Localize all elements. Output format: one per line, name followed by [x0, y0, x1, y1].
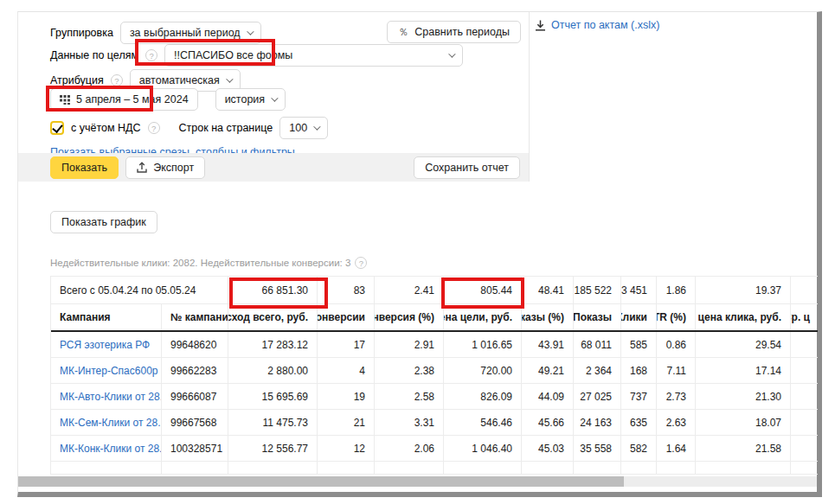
column-header-1[interactable]: Кампания — [51, 304, 162, 330]
compare-periods-button[interactable]: ％ Сравнить периоды — [387, 21, 521, 43]
data-cell — [791, 358, 818, 383]
acts-report-link[interactable]: Отчет по актам (.xslx) — [535, 19, 659, 31]
grouping-row: Группировка за выбранный период — [50, 22, 261, 44]
show-button[interactable]: Показать — [50, 156, 119, 179]
campaign-cell: МК-Сем-Клики от 28.10.23 — [51, 410, 162, 435]
grouping-select[interactable]: за выбранный период — [120, 22, 261, 44]
data-cell: 2 880.00 — [228, 358, 318, 383]
data-cell: 1 016.65 — [444, 332, 522, 357]
compare-percent-icon: ％ — [398, 25, 408, 40]
goals-select[interactable]: !!СПАСИБО все формы — [164, 44, 463, 67]
data-cell: 737 — [621, 384, 657, 409]
total-cell: 185 522 — [574, 277, 621, 303]
campaign-cell: МК-Конк-Клики от 28.10.23 — [51, 436, 162, 461]
campaign-cell: МК-Интер-Спас600р — [51, 358, 162, 383]
history-select[interactable]: история — [215, 88, 286, 111]
column-header-8[interactable]: Показы — [574, 304, 621, 330]
column-header-5[interactable]: Конверсия (%) — [375, 304, 444, 330]
data-cell: 27 025 — [574, 384, 621, 409]
page-rows-label: Строк на странице — [179, 122, 273, 134]
chevron-down-icon — [448, 50, 455, 57]
data-cell: 99667568 — [162, 410, 228, 435]
data-cell: 99666087 — [162, 384, 228, 409]
panel-footer: Показать Экспорт Сохранить отчет — [18, 153, 529, 182]
data-cell: 100328571 — [162, 436, 228, 461]
data-cell: 11 475.73 — [228, 410, 318, 435]
column-header-6[interactable]: Цена цели, руб. — [444, 304, 522, 330]
horizontal-scrollbar[interactable] — [18, 476, 817, 487]
data-cell: 17 283.12 — [228, 332, 318, 357]
column-header-9[interactable]: Клики — [621, 304, 657, 330]
empty-cell — [657, 462, 696, 474]
vat-label: с учётом НДС — [71, 122, 141, 134]
help-icon[interactable]: ? — [145, 49, 157, 61]
data-cell: 2.58 — [375, 384, 444, 409]
help-icon[interactable]: ? — [111, 74, 123, 86]
table-row: МК-Интер-Спас600р996622832 880.0042.3872… — [51, 358, 818, 384]
vat-row: с учётом НДС ? Строк на странице 100 — [50, 117, 328, 139]
total-cell: 83 — [318, 277, 375, 303]
goals-value: !!СПАСИБО все формы — [174, 49, 292, 61]
column-header-4[interactable]: Конверсии — [318, 304, 375, 330]
total-cell: 2.41 — [375, 277, 444, 303]
data-cell: 21.58 — [696, 436, 791, 461]
data-cell: 99662283 — [162, 358, 228, 383]
column-header-label: CTR (%) — [657, 311, 686, 323]
column-header-label: Цена цели, руб. — [444, 311, 512, 323]
column-header-10[interactable]: CTR (%) — [657, 304, 696, 330]
campaign-link[interactable]: МК-Сем-Клики от 28.10.23 — [60, 417, 162, 429]
data-cell: 1 046.40 — [444, 436, 522, 461]
data-cell: 49.21 — [522, 358, 574, 383]
scrollbar-thumb[interactable] — [18, 476, 624, 487]
campaign-link[interactable]: МК-Интер-Спас600р — [60, 365, 157, 377]
campaign-cell: МК-Авто-Клики от 28.10.23 — [51, 384, 162, 409]
empty-cell — [696, 462, 791, 474]
report-page: Группировка за выбранный период ％ Сравни… — [17, 11, 822, 497]
data-cell: 45.03 — [522, 436, 574, 461]
page-rows-select[interactable]: 100 — [279, 117, 328, 139]
column-header-7[interactable]: Отказы (%) — [522, 304, 574, 330]
help-icon[interactable]: ? — [148, 122, 160, 134]
history-value: история — [225, 93, 265, 105]
column-header-label: Ср. ц — [791, 311, 810, 323]
empty-cell — [522, 462, 574, 474]
empty-cell — [375, 462, 444, 474]
column-header-label: Конверсия (%) — [375, 311, 434, 323]
column-header-label: Клики — [621, 311, 647, 323]
date-range-button[interactable]: 5 апреля – 5 мая 2024 — [50, 88, 198, 111]
data-cell: 17.14 — [696, 358, 791, 383]
total-cell: 1.86 — [657, 277, 696, 303]
data-cell: 826.09 — [444, 384, 522, 409]
campaign-link[interactable]: РСЯ эзотерика РФ — [60, 339, 150, 351]
data-cell: 12 556.77 — [228, 436, 318, 461]
campaign-link[interactable]: МК-Авто-Клики от 28.10.23 — [60, 391, 162, 403]
vat-checkbox[interactable] — [50, 121, 64, 135]
data-cell: 19 — [318, 384, 375, 409]
column-header-12[interactable]: Ср. ц — [791, 304, 818, 330]
download-icon — [535, 20, 546, 31]
save-report-button[interactable]: Сохранить отчет — [414, 156, 520, 179]
empty-cell — [621, 462, 657, 474]
date-row: 5 апреля – 5 мая 2024 история — [50, 88, 286, 111]
column-header-11[interactable]: Ср. цена клика, руб. — [696, 304, 791, 330]
data-cell: 15 695.69 — [228, 384, 318, 409]
column-header-3[interactable]: Расход всего, руб. — [228, 304, 318, 330]
report-settings-panel: Группировка за выбранный период ％ Сравни… — [18, 12, 530, 182]
table-header-row: Кампания№ кампании▲Расход всего, руб.Кон… — [51, 304, 818, 332]
grouping-label: Группировка — [50, 27, 113, 39]
campaign-link[interactable]: МК-Конк-Клики от 28.10.23 — [60, 443, 162, 455]
data-cell: 2.63 — [657, 410, 696, 435]
total-cell: 66 851.30 — [228, 277, 318, 303]
data-cell: 43.91 — [522, 332, 574, 357]
attribution-value: автоматическая — [139, 74, 220, 86]
column-header-2[interactable]: № кампании▲ — [162, 304, 228, 330]
chevron-down-icon — [226, 75, 233, 82]
statistics-table: Всего с 05.04.24 по 05.05.2466 851.30832… — [50, 276, 818, 475]
show-chart-button[interactable]: Показать график — [50, 211, 157, 233]
export-button[interactable]: Экспорт — [125, 156, 205, 179]
data-cell — [791, 410, 818, 435]
chevron-down-icon — [313, 123, 320, 130]
help-icon[interactable]: ? — [355, 257, 367, 269]
empty-cell — [791, 462, 818, 474]
data-cell: 2.06 — [375, 436, 444, 461]
